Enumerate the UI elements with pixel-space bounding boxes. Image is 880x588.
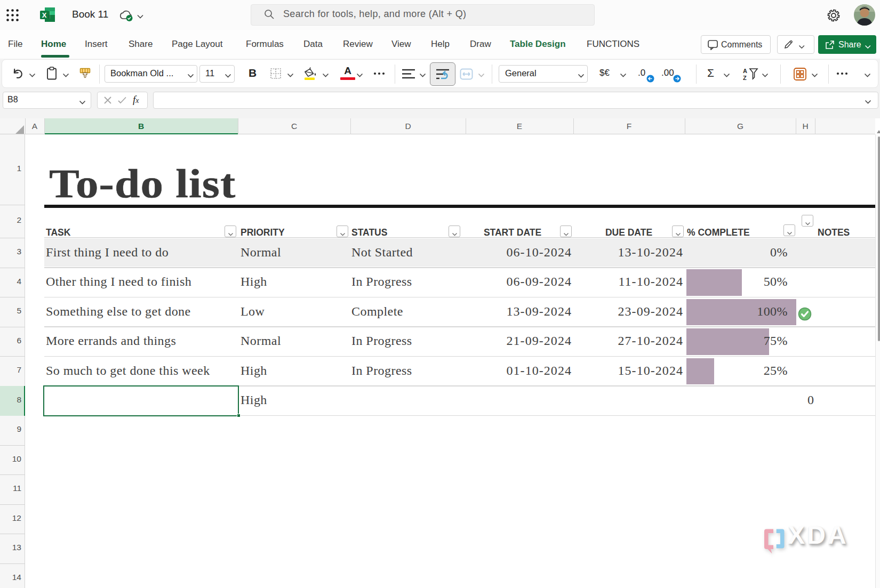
svg-text:Z: Z [743, 75, 747, 81]
svg-text:A: A [743, 68, 747, 74]
svg-text:X: X [42, 11, 47, 19]
